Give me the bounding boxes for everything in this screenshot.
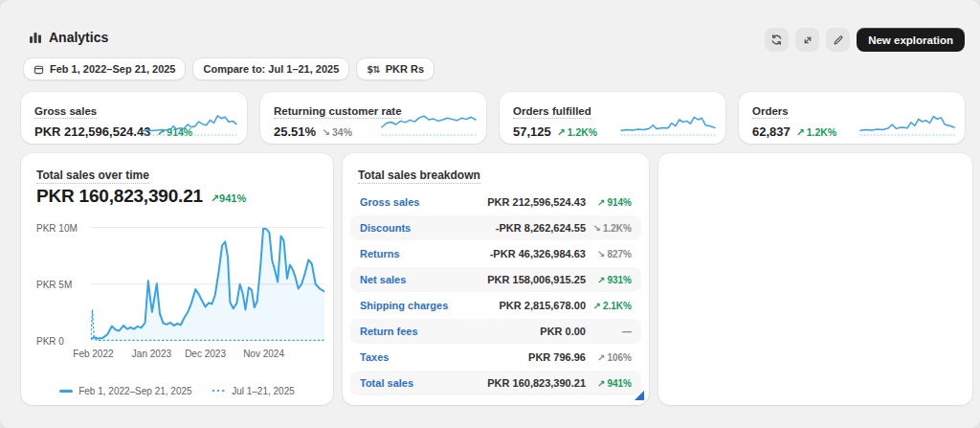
date-range-picker[interactable]: Feb 1, 2022–Sep 21, 2025 (23, 57, 186, 80)
metric-label: Orders fulfilled (513, 105, 591, 119)
breakdown-row-delta: ↗ 2.1K% (586, 301, 632, 311)
metric-card-gross-sales[interactable]: Gross salesPKR 212,596,524.43↗ 914% (21, 92, 247, 144)
x-tick-label: Dec 2023 (185, 349, 227, 359)
breakdown-row-return-fees: Return feesPKR 0.00— (350, 319, 641, 344)
solid-line-swatch (59, 390, 73, 393)
breakdown-row-returns: Returns-PKR 46,326,984.63↘ 827% (350, 241, 641, 266)
breakdown-row-value: -PKR 8,262,624.55 (496, 222, 586, 234)
calendar-icon (33, 64, 44, 75)
breakdown-row-taxes: TaxesPKR 796.96↗ 106% (350, 345, 641, 370)
breakdown-row-link[interactable]: Return fees (360, 326, 418, 337)
metric-value: 25.51% (274, 124, 316, 139)
metric-cards-row: Gross salesPKR 212,596,524.43↗ 914%Retur… (21, 92, 965, 144)
analytics-icon (29, 31, 42, 44)
x-tick-label: Nov 2024 (243, 349, 285, 359)
breakdown-row-net-sales: Net salesPKR 158,006,915.25↗ 931% (350, 267, 641, 292)
breakdown-row-value: PKR 212,596,524.43 (487, 196, 586, 208)
expand-button[interactable] (795, 28, 819, 52)
currency-label: PKR Rs (386, 63, 424, 75)
resize-handle[interactable] (635, 391, 644, 400)
total-sales-breakdown-card: Total sales breakdown Gross salesPKR 212… (343, 153, 649, 405)
metric-delta: ↘ 34% (322, 126, 352, 138)
metric-label: Gross sales (34, 105, 97, 119)
metric-value: PKR 212,596,524.43 (34, 124, 150, 139)
legend-label-comparison: Jul 1–21, 2025 (232, 386, 295, 396)
filter-bar: Feb 1, 2022–Sep 21, 2025 Compare to: Jul… (23, 57, 434, 80)
legend-item-comparison[interactable]: ··· Jul 1–21, 2025 (212, 386, 295, 396)
chart-title: Total sales over time (36, 169, 149, 184)
breakdown-row-link[interactable]: Returns (360, 248, 400, 259)
breakdown-title: Total sales breakdown (358, 169, 480, 184)
compare-to-picker[interactable]: Compare to: Jul 1–21, 2025 (192, 57, 349, 80)
metric-value: 57,125 (513, 124, 551, 139)
breakdown-row-link[interactable]: Gross sales (360, 196, 419, 208)
edit-button[interactable] (826, 28, 850, 52)
breakdown-row-link[interactable]: Discounts (360, 222, 411, 234)
breakdown-row-value: PKR 160,823,390.21 (487, 377, 586, 389)
breakdown-row-value: -PKR 46,326,984.63 (490, 248, 586, 259)
metric-delta: ↗ 1.2K% (796, 126, 836, 138)
breakdown-row-link[interactable]: Total sales (360, 377, 413, 389)
compare-label: Compare to: Jul 1–21, 2025 (203, 63, 339, 75)
sparkline-chart (142, 110, 237, 137)
sparkline-chart (620, 110, 716, 137)
breakdown-row-delta: ↘ 1.2K% (586, 223, 632, 234)
y-tick-label: PKR 10M (36, 223, 78, 234)
up-arrow-icon: ↗ (211, 192, 219, 205)
breakdown-row-delta: ↗ 914% (586, 197, 632, 208)
metric-value: 62,837 (752, 124, 791, 139)
breakdown-row-delta: ↗ 941% (586, 378, 632, 389)
currency-exchange-icon: $⇅ (367, 64, 379, 75)
y-tick-label: PKR 0 (36, 336, 64, 347)
sparkline-chart (381, 110, 477, 137)
breakdown-row-shipping-charges: Shipping chargesPKR 2,815,678.00↗ 2.1K% (350, 293, 641, 318)
analytics-page: Analytics (0, 0, 980, 428)
x-tick-label: Feb 2022 (72, 349, 114, 359)
empty-card (658, 153, 972, 405)
breakdown-row-delta: ↗ 931% (586, 275, 632, 285)
breakdown-row-value: PKR 0.00 (540, 326, 586, 337)
breakdown-table: Gross salesPKR 212,596,524.43↗ 914%Disco… (350, 190, 641, 396)
page-title: Analytics (49, 30, 108, 45)
line-chart-plot (91, 224, 324, 341)
metric-delta: ↗ 1.2K% (557, 126, 597, 138)
legend-item-current[interactable]: Feb 1, 2022–Sep 21, 2025 (59, 386, 191, 396)
breakdown-row-link[interactable]: Net sales (360, 274, 406, 285)
legend-label-current: Feb 1, 2022–Sep 21, 2025 (78, 386, 191, 396)
date-range-label: Feb 1, 2022–Sep 21, 2025 (50, 63, 175, 75)
new-exploration-button[interactable]: New exploration (857, 28, 965, 52)
dotted-line-swatch: ··· (212, 390, 227, 394)
chart-headline: PKR 160,823,390.21 ↗941% (36, 186, 246, 207)
metric-card-returning-customer-rate[interactable]: Returning customer rate25.51%↘ 34% (260, 92, 486, 144)
breakdown-row-link[interactable]: Shipping charges (360, 300, 448, 311)
breakdown-row-total-sales: Total salesPKR 160,823,390.21↗ 941% (350, 371, 641, 395)
total-sales-delta: ↗941% (211, 192, 246, 205)
breakdown-row-value: PKR 158,006,915.25 (487, 274, 586, 285)
breakdown-row-link[interactable]: Taxes (360, 351, 389, 363)
total-sales-value: PKR 160,823,390.21 (36, 186, 203, 207)
currency-picker[interactable]: $⇅ PKR Rs (356, 57, 434, 80)
breakdown-row-delta: — (586, 327, 632, 337)
breakdown-row-delta: ↘ 827% (586, 249, 632, 259)
app-header: Analytics (29, 30, 108, 45)
total-sales-chart-card: Total sales over time PKR 160,823,390.21… (21, 153, 333, 405)
breakdown-row-delta: ↗ 106% (586, 352, 632, 363)
breakdown-row-discounts: Discounts-PKR 8,262,624.55↘ 1.2K% (350, 215, 641, 240)
refresh-button[interactable] (765, 28, 789, 52)
metric-card-orders-fulfilled[interactable]: Orders fulfilled57,125↗ 1.2K% (500, 92, 725, 144)
pencil-icon (833, 34, 844, 46)
refresh-icon (770, 34, 783, 46)
sparkline-chart (859, 110, 955, 137)
metric-card-orders[interactable]: Orders62,837↗ 1.2K% (739, 92, 965, 144)
breakdown-row-gross-sales: Gross salesPKR 212,596,524.43↗ 914% (350, 190, 641, 214)
y-tick-label: PKR 5M (36, 280, 72, 290)
expand-icon (802, 34, 813, 46)
breakdown-row-value: PKR 2,815,678.00 (499, 300, 586, 311)
header-actions: New exploration (765, 28, 965, 52)
breakdown-row-value: PKR 796.96 (528, 351, 586, 363)
line-chart-svg (91, 224, 324, 341)
x-tick-label: Jan 2023 (130, 349, 172, 359)
chart-legend: Feb 1, 2022–Sep 21, 2025 ··· Jul 1–21, 2… (21, 386, 333, 396)
metric-label: Orders (752, 105, 789, 119)
